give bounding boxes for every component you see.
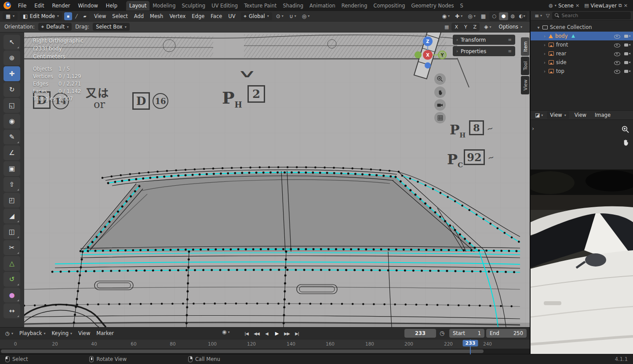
tab-layout[interactable]: Layout: [126, 1, 149, 11]
expand-chevron-icon[interactable]: ›: [543, 34, 546, 39]
auto-keying-toggle[interactable]: ◉ ▾: [222, 329, 230, 335]
loop-cut-tool-button[interactable]: ◫: [4, 224, 20, 239]
use-preview-range-icon[interactable]: ◷: [440, 330, 444, 336]
hide-viewport-icon[interactable]: [614, 33, 620, 39]
disable-render-icon[interactable]: [624, 42, 630, 47]
wireframe-shading-button[interactable]: ○: [490, 12, 499, 20]
menu-select[interactable]: Select: [109, 12, 131, 20]
scene-selector[interactable]: ◍ ▾ Scene ×: [547, 2, 581, 9]
edge-slide-tool-button[interactable]: ↔: [4, 303, 20, 318]
transform-panel-header[interactable]: › Transform ≡: [453, 35, 515, 45]
disable-render-icon[interactable]: [624, 60, 630, 65]
timeline-ruler[interactable]: 0 20 40 60 80 100 120 140 160 180 200 22…: [0, 339, 530, 349]
image-zoom-button[interactable]: [621, 125, 630, 135]
viewlayer-selector[interactable]: ▤ ViewLayer ⧉ ×: [582, 2, 629, 9]
edge-select-mode-button[interactable]: ╱: [73, 12, 80, 20]
prev-keyframe-button[interactable]: ◀◀: [252, 329, 261, 338]
menu-uv[interactable]: UV: [225, 12, 238, 20]
viewport-3d[interactable]: Right Orthographic (233) body Centimeter…: [24, 32, 530, 327]
tab-modeling[interactable]: Modeling: [149, 1, 178, 11]
navigation-gizmo[interactable]: Z X Y: [410, 33, 445, 73]
menu-add[interactable]: Add: [131, 12, 147, 20]
expand-caret-icon[interactable]: ▾: [537, 25, 540, 30]
menu-view[interactable]: View: [91, 12, 109, 20]
show-gizmo-dropdown[interactable]: ✚ ▾: [453, 12, 464, 20]
jump-to-start-button[interactable]: |◀: [242, 329, 251, 338]
expand-chevron-icon[interactable]: ›: [543, 60, 546, 65]
annotate-tool-button[interactable]: ✎: [4, 130, 20, 144]
expand-chevron-icon[interactable]: ›: [543, 43, 546, 47]
tab-uv-editing[interactable]: UV Editing: [208, 1, 241, 11]
jump-to-end-button[interactable]: ▶|: [292, 329, 302, 338]
y-axis-ball[interactable]: Y: [438, 50, 447, 59]
menu-file[interactable]: File: [15, 2, 30, 10]
add-cube-tool-button[interactable]: ▣: [4, 161, 20, 176]
proportional-editing-dropdown[interactable]: ◎ ▾: [300, 12, 312, 20]
menu-window[interactable]: Window: [74, 2, 101, 10]
menu-image[interactable]: Image: [592, 111, 614, 119]
camera-view-button[interactable]: [434, 99, 446, 111]
snap-dropdown[interactable]: ∪ ▾: [287, 12, 298, 20]
tab-animation[interactable]: Animation: [306, 1, 338, 11]
xray-toggle-button[interactable]: ▦: [479, 12, 487, 20]
timeline-editor-type-button[interactable]: ◷ ▾: [3, 329, 16, 337]
frame-start-field[interactable]: Start 1: [449, 329, 484, 338]
menu-face[interactable]: Face: [207, 12, 225, 20]
hide-viewport-icon[interactable]: [614, 60, 620, 65]
mode-dropdown[interactable]: ◧ Edit Mode ▾: [20, 12, 62, 20]
extrude-tool-button[interactable]: ⇧: [4, 177, 20, 192]
visibility-dropdown[interactable]: ◉ ▾: [440, 12, 452, 20]
transform-orientation-dropdown[interactable]: ⌖ Global ▾: [241, 12, 272, 20]
current-frame-field[interactable]: 233: [404, 329, 436, 338]
menu-edit[interactable]: Edit: [31, 2, 47, 10]
outliner-item-rear[interactable]: › rear: [531, 49, 633, 58]
x-axis-ball[interactable]: X: [423, 50, 433, 60]
measure-tool-button[interactable]: ∠: [4, 145, 20, 160]
image-pan-button[interactable]: [622, 138, 630, 148]
outliner-item-top[interactable]: › top: [531, 67, 633, 76]
cursor-tool-button[interactable]: ⊕: [4, 50, 20, 65]
outliner-search[interactable]: [552, 12, 631, 19]
play-button[interactable]: ▶: [272, 329, 281, 338]
menu-image-view[interactable]: View: [571, 111, 589, 119]
mirror-y-button[interactable]: Y: [461, 23, 470, 31]
outliner-item-scene-collection[interactable]: ▾ Scene Collection: [531, 23, 633, 32]
options-dropdown[interactable]: Options ▾: [496, 23, 525, 31]
material-shading-button[interactable]: ◍: [508, 12, 517, 20]
mirror-z-button[interactable]: Z: [470, 23, 479, 31]
unlink-scene-icon[interactable]: ×: [575, 3, 579, 8]
tab-sculpting[interactable]: Sculpting: [178, 1, 208, 11]
menu-marker[interactable]: Marker: [94, 329, 116, 337]
pan-button[interactable]: [434, 86, 446, 98]
rotate-tool-button[interactable]: ↻: [4, 82, 20, 97]
tab-shading[interactable]: Shading: [280, 1, 306, 11]
expand-chevron-icon[interactable]: ›: [543, 69, 546, 74]
bevel-tool-button[interactable]: ◢: [4, 209, 20, 223]
transform-tool-button[interactable]: ◉: [4, 114, 20, 129]
knife-tool-button[interactable]: ✂: [4, 240, 20, 255]
menu-timeline-view[interactable]: View: [76, 329, 93, 337]
image-editor-type-button[interactable]: ◪ ▾: [533, 111, 545, 119]
pivot-point-dropdown[interactable]: ⊙ ▾: [274, 12, 285, 20]
smooth-tool-button[interactable]: ●: [4, 288, 20, 303]
playhead-current-frame[interactable]: 233: [463, 340, 478, 346]
disable-render-icon[interactable]: [624, 68, 630, 74]
drag-mode-dropdown[interactable]: Select Box ▾: [93, 23, 130, 31]
new-viewlayer-icon[interactable]: ⧉: [618, 3, 622, 8]
sidebar-tab-item[interactable]: Item: [521, 37, 529, 56]
menu-render[interactable]: Render: [49, 2, 74, 10]
scale-tool-button[interactable]: ◱: [4, 98, 20, 113]
remove-viewlayer-icon[interactable]: ×: [624, 3, 628, 8]
rendered-shading-button[interactable]: ◐ ▾: [517, 12, 527, 20]
orientation-default-dropdown[interactable]: ⌖ Default ▾: [38, 23, 72, 31]
tab-geometry-nodes[interactable]: Geometry Nodes: [408, 1, 457, 11]
region-expand-chevron-icon[interactable]: ›: [532, 125, 534, 132]
menu-help[interactable]: Help: [102, 2, 121, 10]
frame-end-field[interactable]: End 250: [486, 329, 527, 338]
toggle-grid-button[interactable]: [434, 112, 446, 123]
mirror-x-button[interactable]: X: [452, 23, 461, 31]
disable-render-icon[interactable]: [624, 33, 630, 39]
z-axis-ball[interactable]: Z: [423, 36, 433, 46]
sidebar-tab-tool[interactable]: Tool: [521, 57, 529, 75]
menu-playback[interactable]: Playback ▾: [17, 329, 48, 337]
